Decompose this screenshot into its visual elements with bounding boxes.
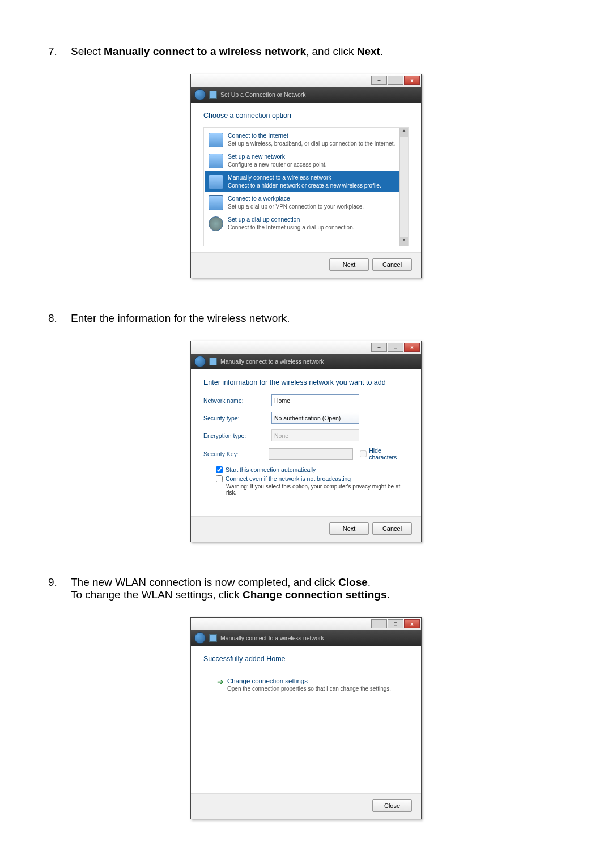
option-dialup[interactable]: Set up a dial-up connectionConnect to th… — [205, 213, 407, 234]
change-title: Change connection settings — [227, 678, 391, 684]
maximize-button[interactable]: □ — [388, 76, 403, 85]
titlebar: – □ x — [191, 618, 421, 630]
hide-characters-label[interactable]: Hide characters — [360, 447, 409, 461]
dialog-footer: Next Cancel — [191, 252, 421, 278]
dialog-footer: Close — [191, 793, 421, 819]
close-button[interactable]: x — [404, 343, 420, 352]
step-8: 8. Enter the information for the wireles… — [48, 312, 564, 325]
body-title: Enter information for the wireless netwo… — [203, 378, 409, 386]
wireless-icon — [209, 634, 217, 642]
dialog-header: Set Up a Connection or Network — [191, 87, 421, 103]
dialog-body: Successfully added Home ➔ Change connect… — [191, 646, 421, 793]
close-button-footer[interactable]: Close — [372, 799, 412, 812]
minimize-button[interactable]: – — [371, 619, 387, 628]
dialog-header: Manually connect to a wireless network — [191, 630, 421, 646]
opt-title: Manually connect to a wireless network — [228, 174, 381, 182]
t: . — [380, 45, 383, 57]
t-bold: Close — [338, 576, 368, 588]
option-workplace[interactable]: Connect to a workplaceSet up a dial-up o… — [205, 192, 407, 213]
hide-chars-text: Hide characters — [369, 447, 409, 461]
wireless-icon — [209, 175, 223, 189]
start-auto-row[interactable]: Start this connection automatically — [216, 466, 409, 473]
step-number: 8. — [48, 312, 71, 325]
maximize-button[interactable]: □ — [388, 619, 403, 628]
dialog-enter-info: – □ x Manually connect to a wireless net… — [190, 341, 422, 542]
change-settings-link[interactable]: ➔ Change connection settings Open the co… — [215, 675, 409, 694]
opt-desc: Set up a dial-up or VPN connection to yo… — [228, 203, 364, 210]
header-title: Manually connect to a wireless network — [220, 635, 324, 641]
dialog-footer: Next Cancel — [191, 516, 421, 542]
step-8-text: Enter the information for the wireless n… — [71, 312, 564, 325]
router-icon — [209, 154, 223, 168]
cancel-button[interactable]: Cancel — [372, 522, 412, 535]
connect-hidden-checkbox[interactable] — [216, 475, 223, 482]
connect-hidden-row[interactable]: Connect even if the network is not broad… — [216, 475, 409, 482]
t: , and click — [306, 45, 357, 57]
encryption-type-select: None — [271, 429, 359, 441]
security-type-label: Security type: — [203, 415, 271, 422]
t-bold: Manually connect to a wireless network — [104, 45, 306, 57]
t: The new WLAN connection is now completed… — [71, 576, 338, 588]
minimize-button[interactable]: – — [371, 343, 387, 352]
success-message: Successfully added Home — [203, 655, 409, 663]
security-type-select[interactable]: No authentication (Open) — [271, 412, 359, 424]
step-9-text: The new WLAN connection is now completed… — [71, 576, 564, 601]
hide-characters-checkbox — [360, 450, 367, 457]
next-button[interactable]: Next — [329, 522, 369, 535]
building-icon — [209, 195, 223, 210]
back-icon[interactable] — [194, 356, 206, 367]
globe-icon — [209, 133, 223, 147]
maximize-button[interactable]: □ — [388, 343, 403, 352]
option-connect-internet[interactable]: Connect to the InternetSet up a wireless… — [205, 129, 407, 150]
wireless-icon — [209, 358, 217, 365]
network-icon — [209, 91, 217, 99]
scroll-down-icon[interactable]: ▼ — [400, 237, 408, 246]
opt-desc: Connect to a hidden network or create a … — [228, 182, 381, 189]
cancel-button[interactable]: Cancel — [372, 258, 412, 271]
opt-title: Set up a dial-up connection — [228, 216, 354, 224]
start-auto-checkbox[interactable] — [216, 466, 223, 473]
t-bold: Change connection settings — [243, 589, 386, 601]
next-button[interactable]: Next — [329, 258, 369, 271]
connect-hidden-text: Connect even if the network is not broad… — [226, 475, 351, 482]
step-number: 7. — [48, 45, 71, 58]
step-7-text: Select Manually connect to a wireless ne… — [71, 45, 564, 58]
security-key-label: Security Key: — [203, 450, 269, 457]
phone-icon — [209, 216, 223, 231]
scrollbar[interactable]: ▲▼ — [400, 128, 408, 246]
opt-title: Connect to the Internet — [228, 132, 395, 140]
scroll-up-icon[interactable]: ▲ — [400, 128, 408, 137]
body-title: Choose a connection option — [203, 112, 409, 120]
step-number: 9. — [48, 576, 71, 601]
header-title: Manually connect to a wireless network — [220, 358, 324, 365]
network-name-input[interactable] — [271, 394, 359, 406]
option-manually-connect[interactable]: Manually connect to a wireless networkCo… — [205, 171, 407, 192]
dialog-header: Manually connect to a wireless network — [191, 354, 421, 369]
dialog-success: – □ x Manually connect to a wireless net… — [190, 617, 422, 819]
security-key-input — [269, 448, 353, 460]
titlebar: – □ x — [191, 74, 421, 87]
step-7: 7. Select Manually connect to a wireless… — [48, 45, 564, 58]
opt-title: Set up a new network — [228, 153, 327, 161]
dialog-body: Enter information for the wireless netwo… — [191, 369, 421, 516]
t: Select — [71, 45, 104, 57]
encryption-type-label: Encryption type: — [203, 432, 271, 439]
t-bold: Next — [357, 45, 380, 57]
dialog-body: Choose a connection option Connect to th… — [191, 103, 421, 252]
t: To change the WLAN settings, click — [71, 589, 243, 601]
back-icon[interactable] — [194, 89, 206, 100]
minimize-button[interactable]: – — [371, 76, 387, 85]
close-button[interactable]: x — [404, 619, 420, 628]
t: . — [387, 589, 390, 601]
opt-title: Connect to a workplace — [228, 195, 364, 203]
header-title: Set Up a Connection or Network — [220, 91, 306, 98]
t: . — [368, 576, 371, 588]
start-auto-text: Start this connection automatically — [226, 466, 316, 473]
opt-desc: Set up a wireless, broadband, or dial-up… — [228, 140, 395, 147]
close-button[interactable]: x — [404, 76, 420, 85]
warning-text: Warning: If you select this option, your… — [226, 483, 409, 496]
dialog-choose-connection: – □ x Set Up a Connection or Network Cho… — [190, 74, 422, 278]
back-icon[interactable] — [194, 632, 206, 644]
option-new-network[interactable]: Set up a new networkConfigure a new rout… — [205, 150, 407, 171]
arrow-right-icon: ➔ — [217, 678, 224, 692]
